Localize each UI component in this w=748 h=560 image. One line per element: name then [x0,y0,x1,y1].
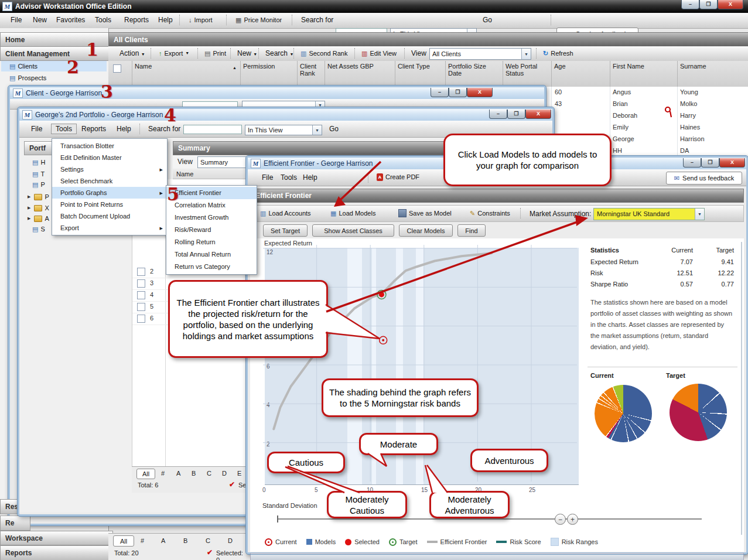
menu-help[interactable]: Help [156,15,175,25]
menu-item-settings[interactable]: Settings▶ [52,163,167,175]
new-button[interactable]: New ▼ [235,49,259,58]
minimize-button[interactable]: – [431,88,449,97]
go-button[interactable]: Go [327,124,341,134]
tab-all[interactable]: All [136,469,155,479]
export-button[interactable]: ↑ Export▼ [156,49,192,58]
col-net-assets[interactable]: Net Assets GBP [325,61,395,87]
second-rank-button[interactable]: ▥ Second Rank [298,49,350,58]
tab-all[interactable]: All [113,535,134,547]
menu-file[interactable]: File [8,15,24,25]
chevron-down-icon[interactable]: ▼ [521,49,531,59]
restore-button[interactable]: ❐ [449,88,467,97]
client-window-titlebar[interactable]: M Client - George Harrison – ❐ X [10,87,544,99]
print-button[interactable]: ▤ Print [202,49,228,58]
row-checkbox[interactable] [137,268,145,276]
expander-icon[interactable]: ▶ [28,206,30,210]
portfolio-search-input[interactable] [183,125,242,134]
menu-tools[interactable]: Tools [51,124,77,134]
menu-item-efficient-frontier[interactable]: Efficient Frontier [166,187,257,199]
sidebar-section-collapsed-2[interactable]: Re [0,515,30,531]
tab-c[interactable]: C [206,537,210,544]
tab-d[interactable]: D [228,537,233,544]
refresh-button[interactable]: ↻ Refresh [541,49,576,58]
menu-new[interactable]: New [30,15,49,25]
menu-item-risk-reward[interactable]: Risk/Reward [166,224,257,236]
import-button[interactable]: ↓ Import [186,15,215,25]
chevron-down-icon[interactable]: ▼ [695,209,704,220]
col-portfolio-size-date[interactable]: Portfolio Size Date [445,61,503,87]
menu-help[interactable]: Help [300,173,320,182]
restore-button[interactable]: ❐ [507,110,525,119]
sidebar-section-reports[interactable]: Reports [0,545,113,560]
save-as-model-button[interactable]: Save as Model [396,209,454,218]
tab[interactable]: B [192,470,196,477]
tree-item-5[interactable]: ▶A [28,215,49,222]
select-all-checkbox[interactable] [113,64,121,73]
expander-icon[interactable]: ▶ [28,216,30,221]
col-client-rank[interactable]: Client Rank [297,61,325,87]
col-first-name[interactable]: First Name [610,61,677,87]
menu-file[interactable]: File [259,173,275,182]
edit-view-button[interactable]: ▥ Edit View [359,49,399,58]
tree-item-4[interactable]: ▶X [28,204,49,211]
constraints-button[interactable]: ✎ Constraints [467,209,513,218]
tab-a[interactable]: A [161,537,165,544]
find-button[interactable]: Find [457,224,486,237]
create-pdf-button[interactable]: A Create PDF [374,172,422,182]
row-checkbox[interactable] [137,291,145,299]
col-surname[interactable]: Surname [677,61,748,87]
zoom-slider-handle[interactable] [277,515,278,523]
tab-b[interactable]: B [183,537,187,544]
menu-favorites[interactable]: Favorites [54,15,87,25]
load-accounts-button[interactable]: ▥ Load Accounts [258,209,313,218]
portfolio-window-titlebar[interactable]: M George's 2nd Portfolio - George Harris… [19,109,552,121]
col-web-portal-status[interactable]: Web Portal Status [503,61,551,87]
zoom-in-button[interactable]: + [567,514,578,525]
row-checkbox[interactable] [137,303,145,311]
zoom-out-button[interactable]: − [555,514,566,525]
restore-button[interactable]: ❐ [701,158,719,168]
menu-item-investment-growth[interactable]: Investment Growth [166,211,257,224]
load-models-button[interactable]: ▦ Load Models [328,209,378,218]
tree-item-6[interactable]: ▤S [32,226,45,233]
menu-item-point-to-point-returns[interactable]: Point to Point Returns [52,199,167,210]
col-name[interactable]: Name ▲ [132,61,240,87]
menu-item-correlation-matrix[interactable]: Correlation Matrix [166,199,257,211]
menu-item-portfolio-graphs[interactable]: Portfolio Graphs▶ [52,187,167,199]
menu-file[interactable]: File [29,124,45,134]
minimize-button[interactable]: – [489,110,507,119]
menu-item-export[interactable]: Export▶ [52,222,167,234]
portfolio-view-select[interactable]: In This View▼ [245,125,322,135]
clear-models-button[interactable]: Clear Models [399,224,453,237]
minimize-button[interactable]: – [683,158,701,168]
view-select[interactable]: All Clients ▼ [429,48,531,60]
set-target-button[interactable]: Set Target [263,224,308,237]
feedback-button[interactable]: ✉ Send us feedback [666,172,742,185]
restore-button[interactable]: ❐ [699,0,718,9]
row-checkbox[interactable] [137,315,145,323]
menu-reports[interactable]: Reports [122,15,151,25]
tab[interactable]: C [207,470,211,477]
close-button[interactable]: X [718,0,743,9]
tree-item-1[interactable]: ▤T [32,170,45,177]
sidebar-item-clients[interactable]: ▤ Clients [1,61,107,71]
tree-item-2[interactable]: ▤P [32,181,45,188]
row-checkbox[interactable] [137,279,145,288]
menu-tools[interactable]: Tools [278,173,299,182]
sidebar-section-workspace[interactable]: Workspace [0,531,113,545]
tab[interactable]: D [222,470,227,477]
tab[interactable]: # [161,470,165,477]
close-button[interactable]: X [467,88,493,97]
col-age[interactable]: Age [551,61,610,87]
go-button[interactable]: Go [480,15,494,25]
show-asset-classes-button[interactable]: Show Asset Classes [312,224,394,237]
menu-item-select-benchmark[interactable]: Select Benchmark [52,175,167,187]
sidebar-item-prospects[interactable]: ▤ Prospects [1,73,107,83]
menu-item-rolling-return[interactable]: Rolling Return [166,236,257,248]
action-button[interactable]: Action ▼ [117,49,148,58]
close-button[interactable]: X [525,110,551,119]
minimize-button[interactable]: – [681,0,699,9]
tab[interactable]: A [176,470,180,477]
col-client-type[interactable]: Client Type [395,61,445,87]
tab[interactable]: E [237,470,241,477]
